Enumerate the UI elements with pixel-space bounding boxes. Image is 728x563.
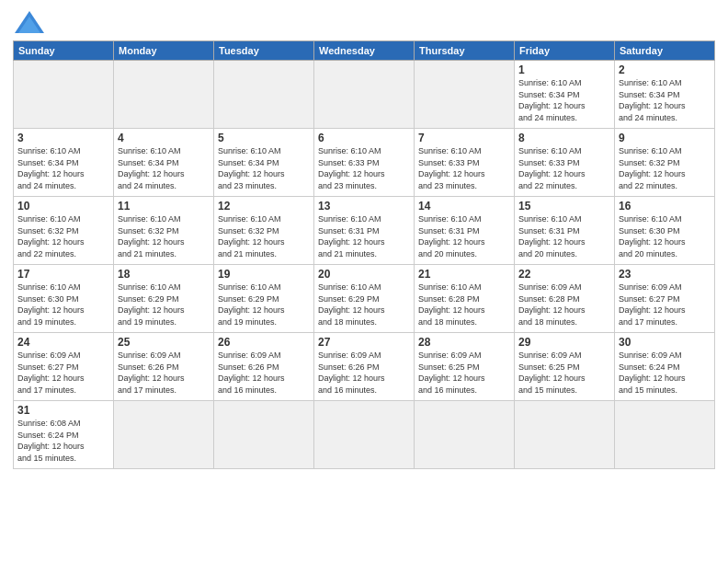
day-info: Sunrise: 6:09 AM Sunset: 6:26 PM Dayligh… [218,350,310,396]
day-info: Sunrise: 6:10 AM Sunset: 6:32 PM Dayligh… [118,213,210,259]
header-day-thursday: Thursday [415,41,515,61]
day-number: 23 [619,268,711,281]
day-number: 14 [418,200,510,213]
calendar-cell: 4Sunrise: 6:10 AM Sunset: 6:34 PM Daylig… [114,129,214,197]
day-number: 28 [418,336,510,349]
calendar-cell: 31Sunrise: 6:08 AM Sunset: 6:24 PM Dayli… [14,401,114,469]
logo [13,9,50,35]
calendar-cell: 10Sunrise: 6:10 AM Sunset: 6:32 PM Dayli… [14,197,114,265]
day-info: Sunrise: 6:09 AM Sunset: 6:26 PM Dayligh… [318,350,410,396]
day-number: 8 [518,132,610,144]
day-info: Sunrise: 6:10 AM Sunset: 6:29 PM Dayligh… [218,282,310,327]
day-info: Sunrise: 6:09 AM Sunset: 6:28 PM Dayligh… [518,282,610,327]
day-info: Sunrise: 6:10 AM Sunset: 6:29 PM Dayligh… [318,282,410,327]
calendar-cell: 13Sunrise: 6:10 AM Sunset: 6:31 PM Dayli… [314,197,415,265]
week-row-0: 1Sunrise: 6:10 AM Sunset: 6:34 PM Daylig… [14,61,715,129]
day-info: Sunrise: 6:10 AM Sunset: 6:30 PM Dayligh… [17,282,109,327]
calendar-table: SundayMondayTuesdayWednesdayThursdayFrid… [13,40,715,469]
day-info: Sunrise: 6:10 AM Sunset: 6:28 PM Dayligh… [418,282,510,327]
calendar-cell: 19Sunrise: 6:10 AM Sunset: 6:29 PM Dayli… [214,265,314,333]
day-number: 20 [318,268,410,281]
header-day-sunday: Sunday [14,41,114,61]
week-row-1: 3Sunrise: 6:10 AM Sunset: 6:34 PM Daylig… [14,129,715,197]
calendar-cell: 15Sunrise: 6:10 AM Sunset: 6:31 PM Dayli… [515,197,615,265]
day-number: 6 [318,132,410,144]
logo-icon [13,9,46,35]
header-day-wednesday: Wednesday [314,41,415,61]
day-number: 13 [318,200,410,213]
week-row-2: 10Sunrise: 6:10 AM Sunset: 6:32 PM Dayli… [14,197,715,265]
calendar-cell: 7Sunrise: 6:10 AM Sunset: 6:33 PM Daylig… [415,129,515,197]
calendar-cell: 21Sunrise: 6:10 AM Sunset: 6:28 PM Dayli… [415,265,515,333]
calendar-cell: 26Sunrise: 6:09 AM Sunset: 6:26 PM Dayli… [214,333,314,401]
calendar-cell [515,401,615,469]
header-day-tuesday: Tuesday [214,41,314,61]
calendar-cell: 28Sunrise: 6:09 AM Sunset: 6:25 PM Dayli… [415,333,515,401]
calendar-cell [415,61,515,129]
day-number: 21 [418,268,510,281]
day-number: 30 [619,336,711,349]
calendar-cell: 20Sunrise: 6:10 AM Sunset: 6:29 PM Dayli… [314,265,415,333]
calendar-cell: 30Sunrise: 6:09 AM Sunset: 6:24 PM Dayli… [615,333,715,401]
day-info: Sunrise: 6:08 AM Sunset: 6:24 PM Dayligh… [17,418,109,464]
calendar-cell: 22Sunrise: 6:09 AM Sunset: 6:28 PM Dayli… [515,265,615,333]
day-info: Sunrise: 6:10 AM Sunset: 6:32 PM Dayligh… [619,145,711,191]
calendar-cell: 5Sunrise: 6:10 AM Sunset: 6:34 PM Daylig… [214,129,314,197]
calendar-cell: 24Sunrise: 6:09 AM Sunset: 6:27 PM Dayli… [14,333,114,401]
day-info: Sunrise: 6:10 AM Sunset: 6:34 PM Dayligh… [17,145,109,191]
calendar-cell [314,61,415,129]
calendar-cell [314,401,415,469]
calendar-cell: 17Sunrise: 6:10 AM Sunset: 6:30 PM Dayli… [14,265,114,333]
day-number: 7 [418,132,510,144]
day-info: Sunrise: 6:09 AM Sunset: 6:24 PM Dayligh… [619,350,711,396]
day-info: Sunrise: 6:10 AM Sunset: 6:33 PM Dayligh… [318,145,410,191]
calendar-cell: 12Sunrise: 6:10 AM Sunset: 6:32 PM Dayli… [214,197,314,265]
calendar-body: 1Sunrise: 6:10 AM Sunset: 6:34 PM Daylig… [14,61,715,469]
day-number: 16 [619,200,711,213]
week-row-4: 24Sunrise: 6:09 AM Sunset: 6:27 PM Dayli… [14,333,715,401]
day-number: 25 [118,336,210,349]
day-number: 2 [619,63,711,76]
calendar-cell: 16Sunrise: 6:10 AM Sunset: 6:30 PM Dayli… [615,197,715,265]
calendar-cell [14,61,114,129]
week-row-3: 17Sunrise: 6:10 AM Sunset: 6:30 PM Dayli… [14,265,715,333]
day-info: Sunrise: 6:10 AM Sunset: 6:34 PM Dayligh… [118,145,210,191]
day-number: 24 [17,336,109,349]
calendar-cell [214,401,314,469]
day-info: Sunrise: 6:09 AM Sunset: 6:25 PM Dayligh… [418,350,510,396]
calendar-cell [114,401,214,469]
calendar-cell: 2Sunrise: 6:10 AM Sunset: 6:34 PM Daylig… [615,61,715,129]
day-info: Sunrise: 6:10 AM Sunset: 6:32 PM Dayligh… [17,213,109,259]
day-number: 26 [218,336,310,349]
day-info: Sunrise: 6:10 AM Sunset: 6:32 PM Dayligh… [218,213,310,259]
day-info: Sunrise: 6:09 AM Sunset: 6:27 PM Dayligh… [17,350,109,396]
calendar-cell: 6Sunrise: 6:10 AM Sunset: 6:33 PM Daylig… [314,129,415,197]
day-info: Sunrise: 6:10 AM Sunset: 6:33 PM Dayligh… [518,145,610,191]
day-info: Sunrise: 6:10 AM Sunset: 6:34 PM Dayligh… [218,145,310,191]
day-number: 9 [619,132,711,144]
calendar-cell: 23Sunrise: 6:09 AM Sunset: 6:27 PM Dayli… [615,265,715,333]
calendar-cell: 27Sunrise: 6:09 AM Sunset: 6:26 PM Dayli… [314,333,415,401]
day-number: 12 [218,200,310,213]
page: SundayMondayTuesdayWednesdayThursdayFrid… [0,0,728,563]
day-info: Sunrise: 6:10 AM Sunset: 6:30 PM Dayligh… [619,213,711,259]
calendar-cell: 25Sunrise: 6:09 AM Sunset: 6:26 PM Dayli… [114,333,214,401]
day-number: 3 [17,132,109,144]
day-info: Sunrise: 6:10 AM Sunset: 6:34 PM Dayligh… [518,77,610,123]
header [13,9,715,35]
day-number: 15 [518,200,610,213]
day-number: 18 [118,268,210,281]
header-day-friday: Friday [515,41,615,61]
week-row-5: 31Sunrise: 6:08 AM Sunset: 6:24 PM Dayli… [14,401,715,469]
day-number: 29 [518,336,610,349]
calendar-cell: 8Sunrise: 6:10 AM Sunset: 6:33 PM Daylig… [515,129,615,197]
day-info: Sunrise: 6:10 AM Sunset: 6:34 PM Dayligh… [619,77,711,123]
day-number: 22 [518,268,610,281]
header-row: SundayMondayTuesdayWednesdayThursdayFrid… [14,41,715,61]
calendar-cell: 14Sunrise: 6:10 AM Sunset: 6:31 PM Dayli… [415,197,515,265]
calendar-cell [615,401,715,469]
day-number: 11 [118,200,210,213]
day-info: Sunrise: 6:09 AM Sunset: 6:25 PM Dayligh… [518,350,610,396]
calendar-cell: 9Sunrise: 6:10 AM Sunset: 6:32 PM Daylig… [615,129,715,197]
day-number: 19 [218,268,310,281]
